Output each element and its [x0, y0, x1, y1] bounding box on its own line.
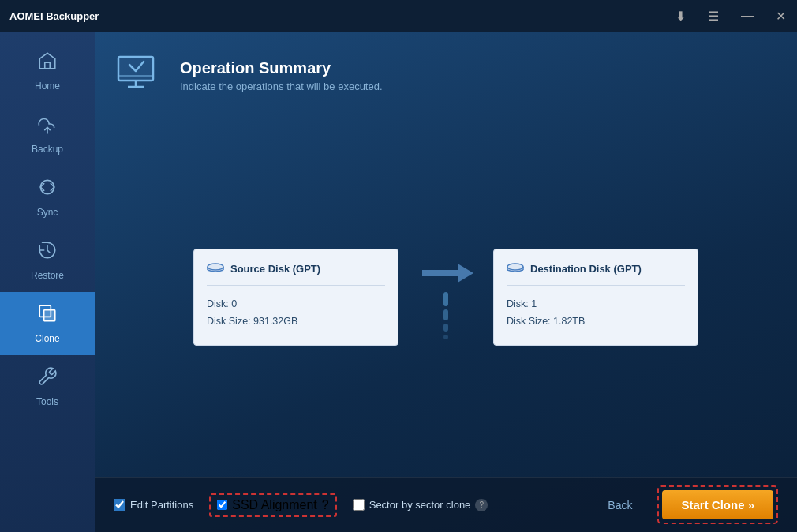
bottom-bar: Edit Partitions SSD Alignment ? Sector b…: [95, 477, 797, 532]
svg-rect-0: [45, 62, 51, 69]
source-disk-icon: [207, 260, 224, 277]
ssd-alignment-checkbox[interactable]: [217, 500, 227, 510]
destination-disk-title: Destination Disk (GPT): [530, 263, 642, 275]
source-disk-info: Disk: 0 Disk Size: 931.32GB: [207, 295, 385, 331]
svg-rect-2: [44, 310, 55, 321]
sidebar-backup-label: Backup: [32, 144, 63, 155]
sidebar-clone-label: Clone: [35, 333, 59, 344]
svg-rect-4: [118, 57, 153, 81]
destination-disk-icon: [507, 260, 524, 277]
header-icon-wrap: [114, 51, 164, 101]
back-button[interactable]: Back: [595, 493, 645, 518]
sector-clone-checkbox[interactable]: [353, 499, 365, 511]
operation-summary-icon: [114, 51, 164, 101]
clone-icon: [37, 303, 58, 328]
destination-disk-header: Destination Disk (GPT): [507, 260, 685, 286]
bottom-actions: Back Start Clone »: [595, 485, 778, 524]
start-clone-button[interactable]: Start Clone »: [662, 490, 773, 519]
sidebar-item-sync[interactable]: Sync: [0, 166, 95, 229]
home-icon: [37, 51, 58, 76]
sidebar: Home Backup Sync: [0, 32, 95, 532]
svg-point-11: [507, 264, 523, 270]
destination-disk-card: Destination Disk (GPT) Disk: 1 Disk Size…: [493, 249, 698, 346]
menu-btn[interactable]: ☰: [703, 6, 724, 27]
titlebar: AOMEI Backupper ⬇ ☰ — ✕: [0, 0, 797, 32]
sidebar-item-tools[interactable]: Tools: [0, 355, 95, 418]
transfer-arrow: [414, 253, 477, 294]
edit-partitions-option[interactable]: Edit Partitions: [114, 499, 193, 511]
disk-area: Source Disk (GPT) Disk: 0 Disk Size: 931…: [95, 117, 797, 477]
arrow-container: [398, 253, 493, 341]
minimize-btn[interactable]: —: [736, 6, 758, 26]
sync-icon: [37, 177, 58, 202]
sidebar-item-backup[interactable]: Backup: [0, 103, 95, 166]
destination-disk-size: Disk Size: 1.82TB: [507, 313, 685, 331]
ssd-alignment-wrap: SSD Alignment ?: [209, 493, 337, 517]
source-disk-card: Source Disk (GPT) Disk: 0 Disk Size: 931…: [193, 249, 398, 346]
source-disk-title: Source Disk (GPT): [230, 263, 320, 275]
window-controls: ⬇ ☰ — ✕: [671, 0, 791, 32]
destination-disk-info: Disk: 1 Disk Size: 1.82TB: [507, 295, 685, 331]
sector-clone-label: Sector by sector clone: [369, 499, 471, 511]
sidebar-item-clone[interactable]: Clone: [0, 292, 95, 355]
destination-disk-num: Disk: 1: [507, 295, 685, 313]
edit-partitions-label: Edit Partitions: [130, 499, 193, 511]
bottom-options: Edit Partitions SSD Alignment ? Sector b…: [114, 493, 595, 517]
ssd-help-icon[interactable]: ?: [322, 498, 329, 512]
edit-partitions-checkbox[interactable]: [114, 499, 125, 511]
app-title: AOMEI Backupper: [9, 10, 99, 22]
source-disk-num: Disk: 0: [207, 295, 385, 313]
sidebar-item-restore[interactable]: Restore: [0, 229, 95, 292]
sidebar-restore-label: Restore: [31, 270, 64, 281]
main-content: Operation Summary Indicate the operation…: [95, 32, 797, 532]
page-title: Operation Summary: [180, 59, 383, 77]
download-btn[interactable]: ⬇: [671, 6, 690, 27]
sector-clone-help-icon[interactable]: ?: [475, 499, 488, 511]
restore-icon: [37, 240, 58, 265]
sidebar-item-home[interactable]: Home: [0, 39, 95, 103]
source-disk-header: Source Disk (GPT): [207, 260, 385, 286]
sidebar-home-label: Home: [35, 81, 60, 92]
sidebar-sync-label: Sync: [37, 207, 58, 218]
svg-point-8: [208, 264, 223, 270]
sidebar-tools-label: Tools: [36, 396, 58, 407]
sector-clone-option[interactable]: Sector by sector clone ?: [353, 499, 488, 511]
tools-icon: [37, 366, 58, 392]
ssd-alignment-label: SSD Alignment: [232, 498, 317, 512]
backup-icon: [37, 114, 58, 139]
close-btn[interactable]: ✕: [771, 6, 791, 27]
app-body: Home Backup Sync: [0, 32, 797, 532]
start-clone-wrap: Start Clone »: [657, 485, 778, 524]
header-text: Operation Summary Indicate the operation…: [180, 59, 383, 92]
source-disk-size: Disk Size: 931.32GB: [207, 313, 385, 331]
header-section: Operation Summary Indicate the operation…: [95, 32, 797, 117]
page-subtitle: Indicate the operations that will be exe…: [180, 81, 383, 92]
